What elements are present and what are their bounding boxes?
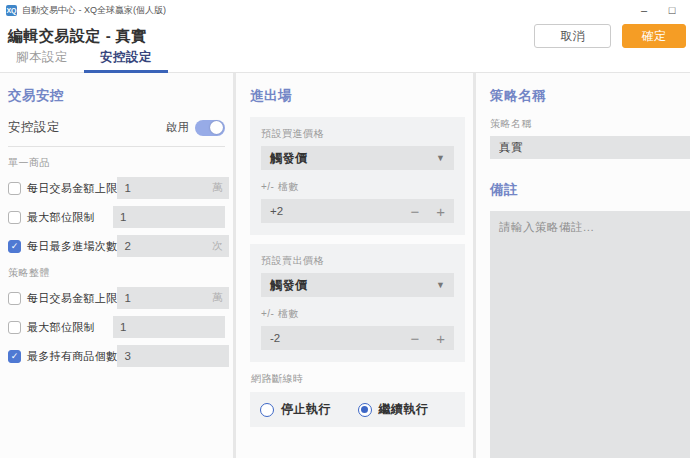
daily-amount-checkbox[interactable]: ✓: [8, 182, 21, 195]
max-products-field: [117, 345, 229, 367]
daily-entries-input[interactable]: [124, 240, 208, 252]
security-enable-label: 安控設定: [8, 119, 60, 136]
limit-row-label: 每日最多進場次數: [27, 239, 117, 254]
check-icon: ✓: [11, 352, 19, 361]
toggle-knob: [210, 121, 223, 134]
minus-icon[interactable]: −: [410, 204, 419, 219]
buy-tick-label: +/- 檔數: [261, 180, 454, 194]
max-position-input[interactable]: [120, 211, 214, 223]
security-enable-toggle[interactable]: [195, 120, 225, 136]
strategy-name-label: 策略名稱: [490, 117, 690, 131]
sell-price-label: 預設賣出價格: [261, 254, 454, 268]
strategy-max-position-input[interactable]: [120, 321, 214, 333]
limit-row-max-position-strategy: ✓ 最大部位限制: [8, 316, 225, 338]
window-title: 自動交易中心 - XQ全球贏家(個人版): [22, 4, 638, 17]
trading-security-panel: 交易安控 安控設定 啟用 單一商品 ✓ 每日交易金額上限 萬 ✓ 最大部位限制: [0, 73, 233, 458]
chevron-down-icon: ▼: [436, 153, 445, 163]
group-label-strategy-overall: 策略整體: [8, 266, 225, 280]
strategy-max-position-checkbox[interactable]: ✓: [8, 321, 21, 334]
radio-label: 停止執行: [281, 401, 331, 418]
strategy-name-heading: 策略名稱: [490, 87, 690, 105]
limit-row-label: 每日交易金額上限: [27, 181, 117, 196]
content-area: 交易安控 安控設定 啟用 單一商品 ✓ 每日交易金額上限 萬 ✓ 最大部位限制: [0, 73, 690, 458]
daily-amount-input[interactable]: [124, 182, 208, 194]
note-heading: 備註: [490, 181, 690, 199]
cancel-button[interactable]: 取消: [534, 24, 611, 48]
limit-row-label: 最大部位限制: [27, 320, 95, 335]
strategy-name-input[interactable]: [499, 142, 681, 154]
unit-label: 萬: [208, 181, 223, 195]
sell-price-select[interactable]: 觸發價 ▼: [261, 273, 454, 297]
radio-option-continue[interactable]: 繼續執行: [358, 401, 456, 418]
plus-icon[interactable]: +: [436, 204, 445, 219]
check-icon: ✓: [11, 242, 19, 251]
radio-icon: [358, 403, 372, 417]
daily-entries-checkbox[interactable]: ✓: [8, 240, 21, 253]
buy-tick-value: +2: [270, 205, 283, 217]
tab-bar: 腳本設定 安控設定: [0, 52, 690, 73]
radio-label: 繼續執行: [379, 401, 429, 418]
strategy-daily-amount-field: 萬: [117, 287, 229, 309]
daily-entries-field: 次: [117, 235, 229, 257]
sell-tick-label: +/- 檔數: [261, 307, 454, 321]
strategy-daily-amount-checkbox[interactable]: ✓: [8, 292, 21, 305]
buy-price-card: 預設買進價格 觸發價 ▼ +/- 檔數 +2 − +: [250, 117, 465, 235]
trading-security-heading: 交易安控: [8, 87, 225, 105]
disconnect-options: 停止執行 繼續執行: [250, 392, 465, 427]
minimize-icon[interactable]: –: [638, 4, 650, 16]
tab-security-settings[interactable]: 安控設定: [84, 49, 168, 73]
buy-tick-stepper: +2 − +: [261, 199, 454, 223]
group-label-single-product: 單一商品: [8, 156, 225, 170]
limit-row-label: 最大部位限制: [27, 210, 95, 225]
maximize-icon[interactable]: □: [666, 4, 678, 16]
sell-price-value: 觸發價: [270, 277, 308, 294]
limit-row-label: 每日交易金額上限: [27, 291, 117, 306]
tab-script-settings[interactable]: 腳本設定: [0, 49, 84, 73]
strategy-panel: 策略名稱 策略名稱 備註: [476, 73, 690, 458]
plus-icon[interactable]: +: [436, 331, 445, 346]
enable-toggle-label: 啟用: [166, 120, 189, 135]
window-titlebar: XQ 自動交易中心 - XQ全球贏家(個人版) – □: [0, 0, 690, 20]
radio-icon: [260, 403, 274, 417]
limit-row-daily-amount: ✓ 每日交易金額上限 萬: [8, 177, 225, 199]
dialog-header: 編輯交易設定 - 真實 取消 確定: [0, 20, 690, 52]
limit-row-max-products: ✓ 最多持有商品個數: [8, 345, 225, 367]
sell-tick-stepper: -2 − +: [261, 326, 454, 350]
max-products-checkbox[interactable]: ✓: [8, 350, 21, 363]
limit-row-daily-amount-strategy: ✓ 每日交易金額上限 萬: [8, 287, 225, 309]
sell-price-card: 預設賣出價格 觸發價 ▼ +/- 檔數 -2 − +: [250, 244, 465, 362]
strategy-name-field: [490, 136, 690, 159]
buy-price-value: 觸發價: [270, 150, 308, 167]
max-position-checkbox[interactable]: ✓: [8, 211, 21, 224]
limit-row-label: 最多持有商品個數: [27, 349, 117, 364]
buy-price-select[interactable]: 觸發價 ▼: [261, 146, 454, 170]
daily-amount-field: 萬: [117, 177, 229, 199]
max-position-field: [113, 206, 225, 228]
buy-price-label: 預設買進價格: [261, 127, 454, 141]
unit-label: 萬: [208, 291, 223, 305]
sell-tick-value: -2: [270, 332, 280, 344]
strategy-note-textarea[interactable]: [490, 211, 690, 458]
limit-row-max-position: ✓ 最大部位限制: [8, 206, 225, 228]
limit-row-daily-entries: ✓ 每日最多進場次數 次: [8, 235, 225, 257]
radio-option-stop[interactable]: 停止執行: [260, 401, 358, 418]
page-title: 編輯交易設定 - 真實: [8, 27, 147, 46]
app-icon: XQ: [6, 5, 17, 16]
disconnect-label: 網路斷線時: [251, 372, 465, 386]
chevron-down-icon: ▼: [436, 280, 445, 290]
strategy-max-position-field: [113, 316, 225, 338]
entry-exit-heading: 進出場: [250, 87, 465, 105]
unit-label: 次: [208, 239, 223, 253]
security-enable-row: 安控設定 啟用: [8, 117, 225, 147]
max-products-input[interactable]: [124, 350, 218, 362]
minus-icon[interactable]: −: [410, 331, 419, 346]
confirm-button[interactable]: 確定: [622, 24, 686, 48]
entry-exit-panel: 進出場 預設買進價格 觸發價 ▼ +/- 檔數 +2 − + 預設賣出價格 觸發…: [236, 73, 473, 458]
strategy-daily-amount-input[interactable]: [124, 292, 208, 304]
